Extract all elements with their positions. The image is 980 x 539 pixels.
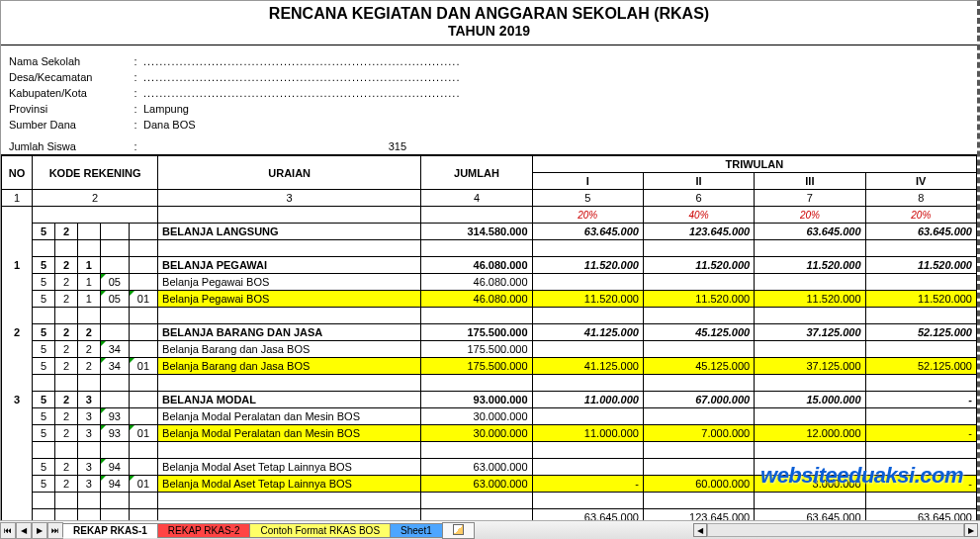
label-jumlah-siswa: Jumlah Siswa (9, 140, 128, 152)
tab-nav-last[interactable]: ⏭ (47, 522, 63, 539)
tab-insert-sheet[interactable] (442, 522, 475, 539)
header-tw4: IV (865, 173, 976, 190)
colnum-1: 1 (2, 190, 33, 207)
header-no: NO (2, 156, 33, 190)
table-row[interactable]: 52234 Belanja Barang dan Jasa BOS175.500… (2, 341, 977, 358)
label-kabupaten: Kabupaten/Kota (9, 87, 128, 99)
table-row[interactable]: 52105 Belanja Pegawai BOS46.080.000 (2, 274, 977, 291)
colnum-7: 7 (755, 190, 865, 207)
insert-sheet-icon (453, 524, 464, 537)
row-belanja-modal-peralatan-bos[interactable]: 5239301 Belanja Modal Peralatan dan Mesi… (2, 425, 977, 442)
school-info: Nama Sekolah:...........................… (1, 53, 977, 138)
title-main: RENCANA KEGIATAN DAN ANGGARAN SEKOLAH (R… (1, 1, 977, 23)
value-desa[interactable]: ........................................… (143, 71, 969, 83)
tab-nav-next[interactable]: ▶ (32, 522, 47, 539)
value-provinsi[interactable]: Lampung (143, 103, 969, 115)
label-nama-sekolah: Nama Sekolah (9, 55, 128, 67)
row-belanja-modal[interactable]: 3 523 BELANJA MODAL93.000.000 11.000.000… (2, 392, 977, 408)
row-belanja-barang-jasa-bos[interactable]: 5223401 Belanja Barang dan Jasa BOS175.5… (2, 358, 977, 375)
label-sumber-dana: Sumber Dana (9, 119, 128, 131)
label-provinsi: Provinsi (9, 103, 128, 115)
colon: : (128, 55, 143, 67)
hscroll-right[interactable]: ▶ (964, 523, 978, 537)
colnum-8: 8 (865, 190, 976, 207)
row-spacer (2, 442, 977, 459)
header-tw1: I (532, 173, 643, 190)
tab-nav-first[interactable]: ⏮ (0, 522, 16, 539)
tab-rekap-rkas-2[interactable]: REKAP RKAS-2 (157, 523, 251, 538)
row-spacer (2, 240, 977, 257)
header-kode: KODE REKENING (33, 156, 158, 190)
row-belanja-barang-jasa[interactable]: 2 522 BELANJA BARANG DAN JASA175.500.000… (2, 324, 977, 341)
colnum-3: 3 (158, 190, 421, 207)
tab-sheet1[interactable]: Sheet1 (390, 523, 443, 538)
hscroll-track[interactable] (707, 523, 964, 537)
tab-nav-prev[interactable]: ◀ (16, 522, 32, 539)
value-jumlah-siswa[interactable]: 315 (143, 140, 410, 152)
hscroll-left[interactable]: ◀ (693, 523, 707, 537)
row-belanja-langsung[interactable]: 52 BELANJA LANGSUNG 314.580.000 63.645.0… (2, 224, 977, 240)
row-spacer (2, 308, 977, 324)
title-sub: TAHUN 2019 (1, 23, 977, 45)
header-triwulan: TRIWULAN (532, 156, 976, 173)
table-row[interactable]: 52393 Belanja Modal Peralatan dan Mesin … (2, 408, 977, 425)
header-tw2: II (643, 173, 754, 190)
header-uraian: URAIAN (158, 156, 421, 190)
row-belanja-pegawai[interactable]: 1 521 BELANJA PEGAWAI46.080.000 11.520.0… (2, 257, 977, 274)
value-nama-sekolah[interactable]: ........................................… (143, 55, 969, 67)
watermark-text: websiteeduaksi.com (760, 463, 963, 489)
colnum-4: 4 (421, 190, 532, 207)
header-tw3: III (755, 173, 865, 190)
tab-rekap-rkas-1[interactable]: REKAP RKAS-1 (62, 523, 158, 538)
tab-contoh-format[interactable]: Contoh Format RKAS BOS (249, 523, 391, 538)
header-jumlah: JUMLAH (421, 156, 532, 190)
row-spacer (2, 493, 977, 509)
value-sumber-dana[interactable]: Dana BOS (143, 119, 969, 131)
sheet-tabs-bar: ⏮ ◀ ▶ ⏭ REKAP RKAS-1 REKAP RKAS-2 Contoh… (0, 520, 980, 539)
row-totals[interactable]: 63.645.000123.645.00063.645.00063.645.00… (2, 509, 977, 521)
row-spacer (2, 375, 977, 392)
spreadsheet-body: RENCANA KEGIATAN DAN ANGGARAN SEKOLAH (R… (0, 0, 980, 520)
row-belanja-pegawai-bos[interactable]: 5210501 Belanja Pegawai BOS46.080.000 11… (2, 291, 977, 308)
colnum-2: 2 (33, 190, 158, 207)
colnum-6: 6 (643, 190, 754, 207)
colnum-5: 5 (532, 190, 643, 207)
value-kabupaten[interactable]: ........................................… (143, 87, 969, 99)
label-desa: Desa/Kecamatan (9, 71, 128, 83)
row-pct: 20%40%20%20% (2, 207, 977, 224)
